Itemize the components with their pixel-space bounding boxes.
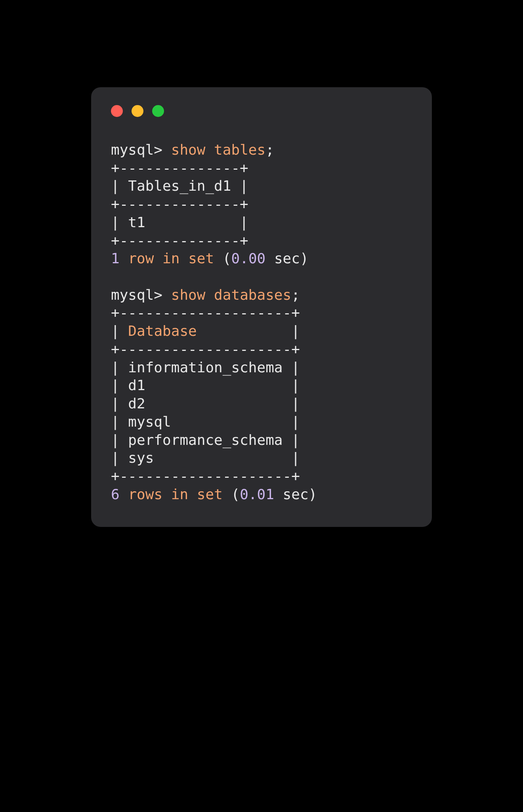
- close-icon[interactable]: [111, 105, 123, 117]
- table-header-label: Database: [128, 323, 197, 339]
- table-row: | t1 |: [111, 213, 412, 232]
- table-header-row: | Database |: [111, 322, 412, 340]
- table-border: +--------------+: [111, 195, 412, 213]
- command-argument: tables: [214, 142, 265, 158]
- table-row: | mysql |: [111, 413, 412, 431]
- terminal-output[interactable]: mysql> show tables;+--------------+| Tab…: [111, 141, 412, 503]
- table-row: | performance_schema |: [111, 431, 412, 449]
- table-header-label: | Tables_in_d1 |: [111, 178, 248, 194]
- table-header-row: | Tables_in_d1 |: [111, 177, 412, 195]
- table-border: +--------------+: [111, 232, 412, 250]
- mysql-prompt: mysql>: [111, 287, 171, 303]
- table-border: +--------------------+: [111, 304, 412, 322]
- result-time: 0.00: [231, 250, 266, 266]
- table-border: +--------------+: [111, 159, 412, 177]
- command-keyword: show: [171, 142, 206, 158]
- mysql-prompt: mysql>: [111, 142, 171, 158]
- minimize-icon[interactable]: [132, 105, 143, 117]
- table-row: | sys |: [111, 449, 412, 467]
- table-row: | information_schema |: [111, 358, 412, 377]
- result-time: 0.01: [240, 486, 274, 502]
- table-border: +--------------------+: [111, 340, 412, 358]
- command-keyword: show: [171, 287, 206, 303]
- result-count: 6: [111, 486, 120, 502]
- window-titlebar: [111, 105, 412, 117]
- blank-line: [111, 268, 412, 286]
- command-argument: databases: [214, 287, 291, 303]
- result-summary: 6 rows in set (0.01 sec): [111, 485, 412, 504]
- zoom-icon[interactable]: [152, 105, 164, 117]
- table-row: | d2 |: [111, 395, 412, 413]
- result-count: 1: [111, 250, 120, 266]
- command-line: mysql> show tables;: [111, 141, 412, 159]
- terminal-window: mysql> show tables;+--------------+| Tab…: [91, 87, 432, 527]
- command-line: mysql> show databases;: [111, 286, 412, 304]
- table-border: +--------------------+: [111, 467, 412, 485]
- result-summary: 1 row in set (0.00 sec): [111, 249, 412, 268]
- table-row: | d1 |: [111, 376, 412, 395]
